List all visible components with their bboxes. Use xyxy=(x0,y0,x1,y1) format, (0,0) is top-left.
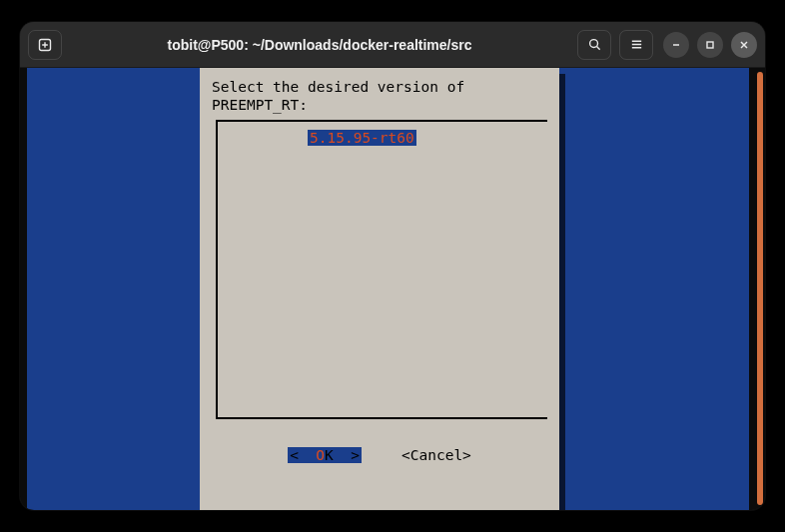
version-option-selected[interactable]: 5.15.95-rt60 xyxy=(308,130,416,146)
search-button[interactable] xyxy=(577,30,611,60)
svg-point-3 xyxy=(589,40,597,48)
window-title: tobit@P500: ~/Downloads/docker-realtime/… xyxy=(70,37,569,53)
svg-line-4 xyxy=(596,47,599,50)
svg-rect-9 xyxy=(707,42,713,48)
dialog-prompt: Select the desired version of PREEMPT_RT… xyxy=(212,78,547,114)
terminal-window: tobit@P500: ~/Downloads/docker-realtime/… xyxy=(20,22,765,510)
menu-button[interactable] xyxy=(619,30,653,60)
whiptail-dialog: Select the desired version of PREEMPT_RT… xyxy=(200,68,559,510)
minimize-icon xyxy=(670,39,682,51)
maximize-button[interactable] xyxy=(697,32,723,58)
new-tab-icon xyxy=(37,37,53,53)
cancel-button[interactable]: <Cancel> xyxy=(401,447,471,463)
scrollbar[interactable] xyxy=(757,72,763,505)
ok-button[interactable]: < OK > xyxy=(288,447,362,463)
dialog-list-frame: 5.15.95-rt60 xyxy=(216,120,547,419)
close-button[interactable] xyxy=(731,32,757,58)
maximize-icon xyxy=(704,39,716,51)
titlebar: tobit@P500: ~/Downloads/docker-realtime/… xyxy=(20,22,765,68)
dialog-prompt-line1: Select the desired version of xyxy=(212,79,464,95)
minimize-button[interactable] xyxy=(663,32,689,58)
search-icon xyxy=(587,37,602,52)
new-tab-button[interactable] xyxy=(28,30,62,60)
hamburger-icon xyxy=(629,37,644,52)
terminal-body: Select the desired version of PREEMPT_RT… xyxy=(20,68,765,510)
close-icon xyxy=(738,39,750,51)
dialog-prompt-line2: PREEMPT_RT: xyxy=(212,97,308,113)
dialog-button-row: < OK > <Cancel> xyxy=(212,447,547,463)
